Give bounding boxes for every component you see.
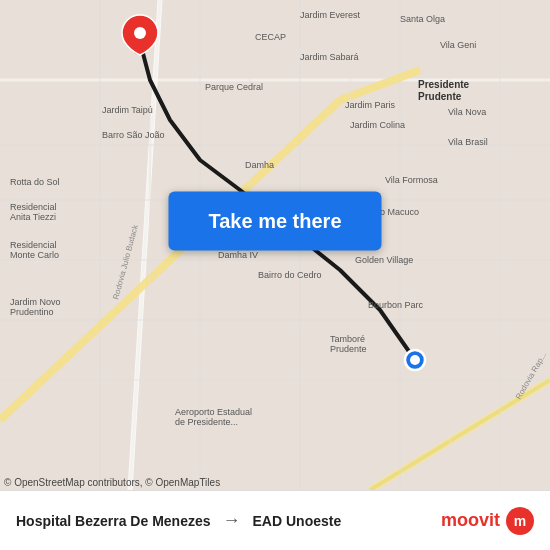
svg-text:Vila Brasil: Vila Brasil — [448, 137, 488, 147]
svg-point-60 — [134, 27, 146, 39]
svg-text:CECAP: CECAP — [255, 32, 286, 42]
svg-text:Jardim Sabará: Jardim Sabará — [300, 52, 359, 62]
svg-text:Anita Tiezzi: Anita Tiezzi — [10, 212, 56, 222]
svg-text:Prudente: Prudente — [418, 91, 462, 102]
take-me-there-button[interactable]: Take me there — [168, 191, 381, 250]
svg-text:Presidente: Presidente — [418, 79, 470, 90]
svg-text:Vila Formosa: Vila Formosa — [385, 175, 438, 185]
bottom-bar: Hospital Bezerra De Menezes → EAD Unoest… — [0, 490, 550, 550]
svg-text:Damha: Damha — [245, 160, 274, 170]
svg-text:Aeroporto Estadual: Aeroporto Estadual — [175, 407, 252, 417]
svg-text:Jardim Paris: Jardim Paris — [345, 100, 396, 110]
svg-point-58 — [410, 355, 420, 365]
arrow-icon: → — [223, 510, 241, 531]
svg-text:do Macuco: do Macuco — [375, 207, 419, 217]
svg-text:Parque Cedral: Parque Cedral — [205, 82, 263, 92]
svg-text:Prudente: Prudente — [330, 344, 367, 354]
svg-text:Jardim Everest: Jardim Everest — [300, 10, 361, 20]
svg-text:Vila Geni: Vila Geni — [440, 40, 476, 50]
map-attribution: © OpenStreetMap contributors, © OpenMapT… — [4, 477, 220, 488]
svg-text:Jardim Novo: Jardim Novo — [10, 297, 61, 307]
moovit-icon: m — [506, 507, 534, 535]
svg-text:Vila Nova: Vila Nova — [448, 107, 486, 117]
origin-label: Hospital Bezerra De Menezes — [16, 513, 211, 529]
svg-text:Prudentino: Prudentino — [10, 307, 54, 317]
svg-text:Residencial: Residencial — [10, 240, 57, 250]
svg-text:Residencial: Residencial — [10, 202, 57, 212]
svg-text:Jardim Taipú: Jardim Taipú — [102, 105, 153, 115]
svg-text:Santa Olga: Santa Olga — [400, 14, 445, 24]
moovit-logo: moovit m — [441, 507, 534, 535]
moovit-text: moovit — [441, 510, 500, 531]
svg-text:Monte Carlo: Monte Carlo — [10, 250, 59, 260]
svg-text:Rotta do Sol: Rotta do Sol — [10, 177, 60, 187]
svg-text:Bairro do Cedro: Bairro do Cedro — [258, 270, 322, 280]
svg-text:Bourbon Parc: Bourbon Parc — [368, 300, 424, 310]
svg-text:Barro São João: Barro São João — [102, 130, 165, 140]
svg-text:Tamboré: Tamboré — [330, 334, 365, 344]
destination-label: EAD Unoeste — [253, 513, 342, 529]
svg-text:de Presidente...: de Presidente... — [175, 417, 238, 427]
svg-text:Damha IV: Damha IV — [218, 250, 258, 260]
map-container: Santa Olga Vila Geni CECAP Jardim Everes… — [0, 0, 550, 490]
svg-text:Golden Village: Golden Village — [355, 255, 413, 265]
svg-text:Jardim Colina: Jardim Colina — [350, 120, 405, 130]
